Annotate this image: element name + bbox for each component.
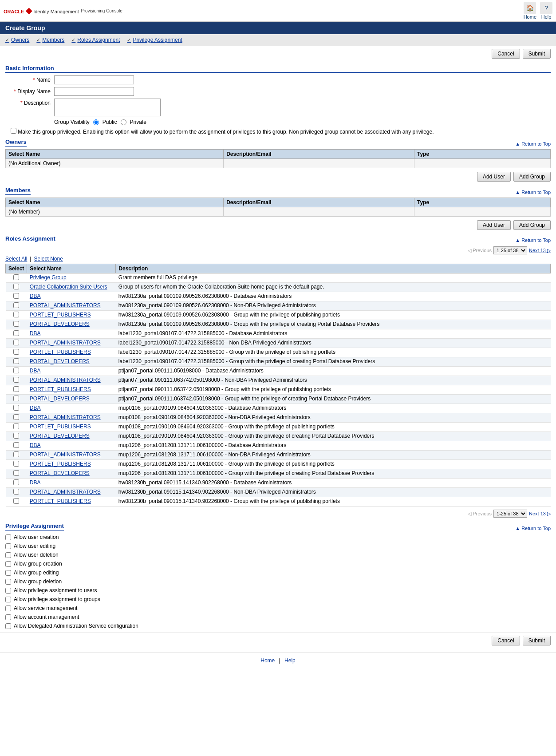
- role-checkbox-10[interactable]: [13, 368, 19, 373]
- role-name-link-11[interactable]: PORTAL_ADMINISTRATORS: [30, 377, 101, 383]
- top-submit-button[interactable]: Submit: [523, 49, 551, 59]
- role-name-link-6[interactable]: DBA: [30, 330, 41, 336]
- role-name-link-1[interactable]: Oracle Collaboration Suite Users: [30, 284, 107, 290]
- members-add-group-button[interactable]: Add Group: [513, 220, 551, 230]
- priv-checkbox-10[interactable]: [5, 623, 11, 629]
- priv-checkbox-8[interactable]: [5, 606, 11, 611]
- role-name-link-2[interactable]: DBA: [30, 293, 41, 299]
- list-item: Allow service management: [5, 605, 551, 611]
- priv-checkbox-4[interactable]: [5, 570, 11, 576]
- priv-checkbox-1[interactable]: [5, 543, 11, 549]
- owners-add-user-button[interactable]: Add User: [477, 172, 511, 182]
- role-checkbox-17[interactable]: [13, 433, 19, 439]
- role-name-link-23[interactable]: PORTAL_ADMINISTRATORS: [30, 489, 101, 495]
- role-checkbox-2[interactable]: [13, 293, 19, 299]
- visibility-private-radio[interactable]: [121, 119, 126, 125]
- priv-checkbox-9[interactable]: [5, 614, 11, 620]
- roles-page-select-bottom[interactable]: 1-25 of 38: [493, 510, 527, 518]
- role-name-link-14[interactable]: DBA: [30, 405, 41, 411]
- role-name-link-10[interactable]: DBA: [30, 368, 41, 374]
- priv-checkbox-0[interactable]: [5, 534, 11, 540]
- description-input[interactable]: [54, 99, 161, 116]
- privileged-checkbox[interactable]: [11, 128, 16, 134]
- owners-return-to-top[interactable]: ▲ Return to Top: [515, 141, 551, 146]
- owners-add-group-button[interactable]: Add Group: [513, 172, 551, 182]
- role-name-link-8[interactable]: PORTLET_PUBLISHERS: [30, 349, 91, 355]
- display-name-input[interactable]: [54, 87, 134, 96]
- next-arrow-bottom: ▷: [547, 511, 551, 516]
- role-name-link-17[interactable]: PORTAL_DEVELOPERS: [30, 433, 90, 439]
- footer-help-link[interactable]: Help: [284, 657, 296, 664]
- priv-checkbox-2[interactable]: [5, 552, 11, 558]
- role-checkbox-7[interactable]: [13, 340, 19, 345]
- help-nav-button[interactable]: ? Help: [540, 2, 552, 20]
- role-checkbox-21[interactable]: [13, 470, 19, 476]
- role-name-link-15[interactable]: PORTAL_ADMINISTRATORS: [30, 414, 101, 420]
- role-checkbox-18[interactable]: [13, 442, 19, 448]
- step-privileges[interactable]: ✓ Privilege Assignment: [127, 37, 182, 43]
- roles-col-name: Select Name: [27, 264, 116, 273]
- role-checkbox-6[interactable]: [13, 330, 19, 336]
- privilege-return-to-top[interactable]: ▲ Return to Top: [515, 526, 551, 531]
- role-checkbox-15[interactable]: [13, 414, 19, 420]
- role-checkbox-14[interactable]: [13, 405, 19, 411]
- step-owners[interactable]: ✓ Owners: [5, 37, 29, 43]
- priv-checkbox-6[interactable]: [5, 588, 11, 594]
- role-name-link-19[interactable]: PORTAL_ADMINISTRATORS: [30, 451, 101, 458]
- role-name-link-4[interactable]: PORTLET_PUBLISHERS: [30, 312, 91, 318]
- priv-checkbox-3[interactable]: [5, 561, 11, 567]
- role-name-link-5[interactable]: PORTAL_DEVELOPERS: [30, 321, 90, 327]
- role-checkbox-22[interactable]: [13, 479, 19, 485]
- role-name-link-13[interactable]: PORTAL_DEVELOPERS: [30, 396, 90, 402]
- role-checkbox-23[interactable]: [13, 489, 19, 495]
- select-none-link[interactable]: Select None: [34, 256, 63, 262]
- bottom-cancel-button[interactable]: Cancel: [492, 636, 520, 645]
- step-members[interactable]: ✓ Members: [36, 37, 64, 43]
- name-input[interactable]: [54, 75, 134, 84]
- role-name-link-16[interactable]: PORTLET_PUBLISHERS: [30, 424, 91, 430]
- bottom-submit-button[interactable]: Submit: [523, 636, 551, 645]
- role-name-link-20[interactable]: PORTLET_PUBLISHERS: [30, 461, 91, 467]
- role-name-link-18[interactable]: DBA: [30, 442, 41, 448]
- role-name-link-24[interactable]: PORTLET_PUBLISHERS: [30, 498, 91, 504]
- roles-return-to-top[interactable]: ▲ Return to Top: [515, 237, 551, 243]
- role-checkbox-24[interactable]: [13, 498, 19, 504]
- role-checkbox-4[interactable]: [13, 312, 19, 317]
- role-name-link-21[interactable]: PORTAL_DEVELOPERS: [30, 470, 90, 476]
- role-checkbox-16[interactable]: [13, 424, 19, 429]
- role-checkbox-13[interactable]: [13, 396, 19, 401]
- role-checkbox-9[interactable]: [13, 358, 19, 364]
- priv-checkbox-7[interactable]: [5, 597, 11, 602]
- top-cancel-button[interactable]: Cancel: [492, 49, 520, 59]
- role-name-link-12[interactable]: PORTLET_PUBLISHERS: [30, 386, 91, 392]
- role-name-link-22[interactable]: DBA: [30, 479, 41, 486]
- role-checkbox-0[interactable]: [13, 274, 19, 280]
- role-name-cell: DBA: [27, 329, 116, 339]
- role-checkbox-1[interactable]: [13, 284, 19, 289]
- step-roles[interactable]: ✓ Roles Assignment: [71, 37, 120, 43]
- prev-arrow-top: ◁: [468, 248, 471, 253]
- home-nav-button[interactable]: 🏠 Home: [524, 2, 536, 20]
- role-checkbox-3[interactable]: [13, 302, 19, 308]
- role-checkbox-11[interactable]: [13, 377, 19, 383]
- roles-next-top[interactable]: Next 13 ▷: [529, 248, 551, 253]
- roles-next-bottom[interactable]: Next 13 ▷: [529, 511, 551, 517]
- select-all-link[interactable]: Select All: [5, 256, 27, 262]
- role-checkbox-12[interactable]: [13, 386, 19, 392]
- role-name-link-0[interactable]: Privilege Group: [30, 274, 67, 281]
- role-checkbox-8[interactable]: [13, 349, 19, 355]
- members-return-to-top[interactable]: ▲ Return to Top: [515, 190, 551, 195]
- role-checkbox-19[interactable]: [13, 451, 19, 457]
- role-name-link-7[interactable]: PORTAL_ADMINISTRATORS: [30, 340, 101, 346]
- members-add-user-button[interactable]: Add User: [477, 220, 511, 230]
- footer-home-link[interactable]: Home: [260, 657, 275, 664]
- role-name-cell: PORTAL_ADMINISTRATORS: [27, 376, 116, 385]
- visibility-public-radio[interactable]: [93, 119, 99, 125]
- role-name-link-9[interactable]: PORTAL_DEVELOPERS: [30, 358, 90, 364]
- members-col-desc: Description/Email: [224, 198, 414, 207]
- role-name-link-3[interactable]: PORTAL_ADMINISTRATORS: [30, 302, 101, 309]
- role-checkbox-5[interactable]: [13, 321, 19, 327]
- roles-page-select-top[interactable]: 1-25 of 38: [493, 246, 527, 254]
- priv-checkbox-5[interactable]: [5, 579, 11, 585]
- role-checkbox-20[interactable]: [13, 461, 19, 467]
